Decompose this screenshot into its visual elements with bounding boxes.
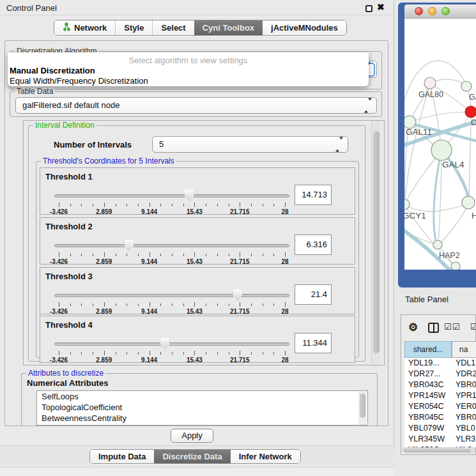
dropdown-option-manual-discretization[interactable]: Manual Discretization (10, 66, 95, 75)
table-cell-shared[interactable]: YDL19... (404, 358, 452, 369)
checkbox-icon[interactable]: ☑ (444, 322, 452, 332)
table-row[interactable]: YPR145WYPR1 (404, 390, 476, 401)
network-canvas[interactable]: GAL80 GAL11 GAL4 GCY1 HAP2 GA C H (404, 19, 476, 270)
table-cell-name[interactable]: YPR1 (452, 390, 476, 401)
table-cell-name[interactable]: YLR3 (452, 434, 476, 445)
window-minimize-button[interactable] (428, 7, 436, 15)
network-window: GAL80 GAL11 GAL4 GCY1 HAP2 GA C H (398, 3, 476, 288)
node-hap2[interactable] (433, 240, 442, 249)
table-row[interactable]: YBL079WYBL0 (404, 423, 476, 434)
horizontal-scrollbar-thumb[interactable] (404, 449, 471, 452)
slider-tick (104, 252, 105, 257)
slider-thumb[interactable] (124, 240, 134, 251)
table-cell-name[interactable]: YDL1 (452, 358, 476, 369)
table-cell-name[interactable]: YBR0 (452, 412, 476, 423)
table-cell-shared[interactable]: YLR345W (404, 434, 452, 445)
table-row[interactable]: YLR345WYLR3 (404, 434, 476, 445)
attribute-list-item[interactable]: TopologicalCoefficient (37, 402, 367, 413)
table-row[interactable]: YER054CYER0 (404, 401, 476, 412)
attribute-list-item[interactable]: BetweennessCentrality (37, 413, 367, 424)
close-panel-icon[interactable]: ✖ (377, 2, 385, 12)
table-cell-shared[interactable]: YDR27... (404, 369, 452, 380)
node-top-right[interactable] (461, 81, 472, 91)
threshold-3-panel: Threshold 3 -3.4262.8599.14415.4321.7152… (40, 267, 355, 314)
slider-thumb[interactable] (185, 190, 194, 201)
threshold-4-value-field[interactable]: 11.344 (295, 333, 332, 353)
slider-thumb[interactable] (160, 338, 170, 349)
table-row[interactable]: YDL19...YDL1 (404, 358, 476, 369)
node-gal80[interactable] (424, 77, 436, 89)
table-row[interactable]: YBR043CYBR0 (404, 380, 476, 390)
threshold-2-slider[interactable]: -3.4262.8599.14415.4321.71528 (54, 238, 289, 264)
slider-tick-label: 2.859 (96, 308, 112, 315)
table-cell-name[interactable]: YDR2 (452, 369, 476, 380)
slider-tick-label: 15.43 (187, 308, 203, 315)
window-zoom-button[interactable] (441, 7, 450, 15)
slider-tick (160, 303, 161, 306)
apply-button[interactable]: Apply (171, 429, 213, 443)
slider-tick (93, 204, 93, 206)
window-close-button[interactable] (415, 7, 423, 15)
attribute-list-item[interactable]: SelfLoops (37, 391, 367, 402)
checkbox-icon[interactable]: ☑ (470, 322, 476, 332)
tab-infer-network[interactable]: Infer Network (231, 450, 300, 463)
threshold-1-slider[interactable]: -3.4262.8599.14415.4321.71528 (54, 188, 289, 214)
tab-jactivemnodules[interactable]: jActiveMNodules (263, 20, 346, 35)
network-window-titlebar[interactable] (404, 4, 476, 19)
num-intervals-combobox[interactable]: 5 (152, 136, 348, 153)
table-data-group-title: Table Data (15, 87, 55, 96)
tab-discretize-data[interactable]: Discretize Data (154, 450, 230, 463)
split-columns-icon[interactable] (428, 323, 439, 333)
slider-thumb[interactable] (233, 289, 242, 301)
node-h[interactable] (462, 196, 475, 209)
node-gal4[interactable] (431, 140, 452, 160)
table-row[interactable]: YDR27...YDR2 (404, 369, 476, 380)
slider-tick (160, 352, 161, 355)
table-cell-name[interactable]: YBR0 (452, 380, 476, 390)
node-gcy1[interactable] (404, 199, 410, 210)
tab-cyni-toolbox[interactable]: Cyni Toolbox (194, 20, 263, 35)
tab-impute-data[interactable]: Impute Data (90, 450, 154, 463)
table-cell-name[interactable]: YBL0 (452, 423, 476, 434)
table-cell-shared[interactable]: YBR043C (404, 380, 452, 390)
gear-icon[interactable]: ⚙ (408, 321, 418, 334)
list-scrollbar[interactable] (358, 392, 367, 426)
checkbox-icon[interactable]: ☑ (452, 322, 460, 332)
horizontal-scrollbar[interactable] (403, 447, 475, 453)
threshold-3-value-field[interactable]: 21.4 (295, 284, 332, 305)
threshold-4-slider[interactable]: -3.4262.8599.14415.4321.71528 (54, 337, 289, 362)
slider-tick (229, 204, 229, 206)
table-data-combobox[interactable]: galFiltered.sif default node (15, 97, 377, 114)
table-row[interactable]: YBR045CYBR0 (404, 412, 476, 423)
table-cell-shared[interactable]: YBR045C (404, 412, 452, 423)
control-panel-tabbar: Network Style Select Cyni Toolbox jActiv… (54, 20, 347, 36)
threshold-1-value-field[interactable]: 14.713 (295, 185, 332, 205)
table-cell-shared[interactable]: YER054C (404, 401, 452, 412)
node-selected-red[interactable] (465, 106, 476, 118)
column-header-shared[interactable]: shared... (404, 341, 452, 358)
vertical-scrollbar[interactable] (371, 121, 380, 365)
table-cell-shared[interactable]: YPR145W (404, 390, 452, 401)
threshold-2-value-field[interactable]: 6.316 (295, 234, 332, 255)
vertical-scrollbar-thumb[interactable] (373, 131, 380, 353)
slider-tick (206, 303, 206, 306)
tab-select[interactable]: Select (152, 20, 194, 35)
bottom-strip-lower (0, 467, 394, 476)
dropdown-prompt: Select algorithm to view settings (8, 56, 369, 65)
column-header-name[interactable]: na (452, 341, 476, 358)
float-panel-icon[interactable] (365, 5, 372, 12)
node-bottom[interactable] (451, 262, 460, 270)
table-cell-name[interactable]: YER0 (452, 401, 476, 412)
numerical-attributes-list[interactable]: SelfLoopsTopologicalCoefficientBetweenne… (36, 390, 368, 426)
slider-tick (263, 254, 263, 256)
bottom-tabbar: Impute Data Discretize Data Infer Networ… (89, 449, 301, 464)
dropdown-option-equal-width[interactable]: Equal Width/Frequency Discretization (10, 76, 148, 86)
threshold-3-slider[interactable]: -3.4262.8599.14415.4321.71528 (54, 288, 289, 314)
node-gal11[interactable] (404, 116, 416, 128)
tab-network[interactable]: Network (54, 20, 115, 35)
tab-style[interactable]: Style (115, 20, 152, 35)
list-scrollbar-thumb[interactable] (360, 394, 365, 418)
table-cell-shared[interactable]: YBL079W (404, 423, 452, 434)
app-root: Control Panel ✖ Network Style (0, 0, 476, 476)
table-panel-title: Table Panel (405, 295, 449, 304)
